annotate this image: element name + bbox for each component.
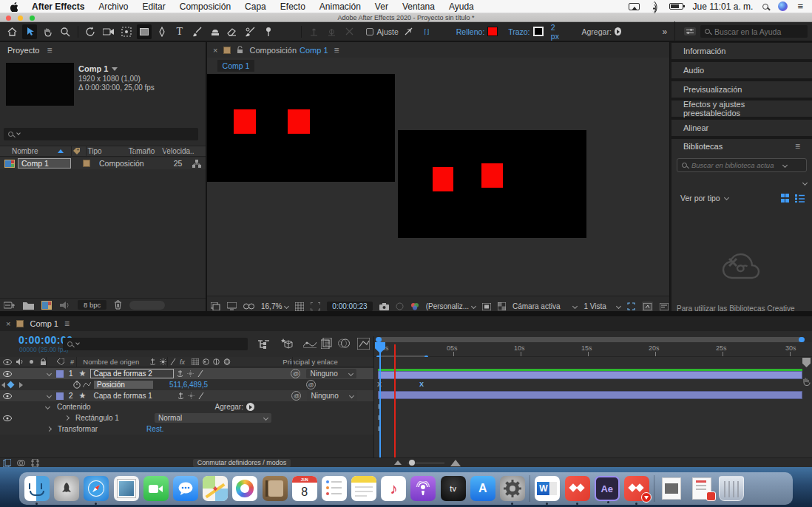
dock-reminders[interactable] — [322, 476, 347, 501]
comp-view-frame-2[interactable] — [398, 130, 586, 238]
dock-photos[interactable] — [232, 476, 257, 501]
transformar-row[interactable]: Transformar Rest. — [0, 423, 373, 435]
layer-name[interactable]: Capa de formas 1 — [91, 392, 175, 400]
dock-podcasts[interactable] — [410, 476, 436, 501]
red-square-2b[interactable] — [481, 163, 503, 188]
dock-installer-file[interactable] — [689, 476, 714, 501]
parent-dropdown[interactable]: Ninguno — [306, 369, 356, 378]
scrollbar-left-handle[interactable] — [376, 337, 382, 342]
new-folder-icon[interactable] — [23, 301, 34, 310]
expand-inout-icon[interactable] — [31, 459, 39, 467]
hand-tool[interactable] — [40, 24, 55, 39]
snap-arrow-icon[interactable] — [402, 24, 416, 39]
zoom-slider-knob[interactable] — [409, 460, 415, 466]
siri-icon[interactable] — [778, 1, 788, 11]
col-tipo[interactable]: Tipo — [88, 147, 102, 155]
new-composition-icon[interactable] — [41, 301, 52, 310]
bibliotecas-title[interactable]: Bibliotecas — [683, 142, 723, 151]
selection-tool[interactable] — [22, 24, 37, 39]
stroke-color-swatch[interactable] — [533, 27, 544, 36]
eye-icon[interactable] — [3, 371, 12, 377]
rectangulo-label[interactable]: Rectángulo 1 — [75, 414, 119, 422]
snap-bbox-icon[interactable]: ⌈⌋ — [419, 24, 434, 39]
dock-trash[interactable] — [719, 476, 744, 501]
puppet-pin-tool[interactable] — [261, 24, 276, 39]
blend-mode-dropdown[interactable]: Normal — [155, 413, 271, 423]
property-pickwhip-icon[interactable]: @ — [306, 380, 316, 389]
dock-music[interactable]: ♪ — [381, 476, 406, 501]
project-search-field[interactable] — [4, 128, 198, 140]
bibliotecas-collapsed-dropdown[interactable] — [677, 177, 807, 188]
comp-timecode[interactable]: 0:00:00:23 — [327, 302, 372, 311]
frame-blend-icon[interactable] — [321, 338, 333, 349]
col-velocidad[interactable]: Velocida.. — [162, 147, 194, 155]
project-panel-title[interactable]: Proyecto — [7, 46, 39, 55]
agregar-label[interactable]: Agregar: — [582, 27, 612, 36]
region-of-interest-icon[interactable] — [311, 302, 320, 310]
zoom-in-mountain-icon[interactable] — [450, 460, 461, 466]
shy-icon[interactable] — [303, 339, 317, 348]
rotation-tool[interactable] — [84, 24, 98, 39]
parent-pickwhip-icon[interactable]: @ — [291, 369, 300, 378]
graph-editor-icon[interactable] — [357, 338, 370, 350]
panel-alinear[interactable]: Alinear — [671, 120, 812, 136]
comp-tab[interactable]: Comp 1 — [217, 60, 254, 72]
view-by-type-dropdown[interactable]: Ver por tipo — [680, 194, 728, 203]
help-search-field[interactable] — [700, 25, 808, 38]
expand-transfer-controls-icon[interactable] — [17, 459, 25, 467]
bit-depth-button[interactable]: 8 bpc — [78, 300, 106, 310]
grid-guides-icon[interactable] — [295, 302, 304, 311]
panel-audio[interactable]: Audio — [671, 62, 812, 78]
layer-row-2[interactable]: 2 ★ Capa de formas 1 @ Ninguno — [0, 390, 373, 401]
sort-ascending-icon[interactable] — [58, 149, 64, 153]
minimize-window-button[interactable] — [18, 16, 23, 21]
prev-keyframe-icon[interactable] — [1, 382, 5, 388]
menu-archivo[interactable]: Archivo — [98, 1, 128, 12]
relleno-label[interactable]: Relleno: — [456, 27, 485, 36]
view-count-dropdown[interactable]: 1 Vista — [583, 302, 620, 310]
layer-switches[interactable] — [177, 392, 204, 400]
red-square-1a[interactable] — [234, 109, 256, 134]
resolution-icon[interactable] — [482, 303, 491, 310]
stroke-width-value[interactable]: 2 px — [551, 23, 563, 41]
help-search-input[interactable] — [714, 27, 803, 36]
contenido-row[interactable]: Contenido Agregar: — [0, 401, 373, 412]
transparency-grid-icon[interactable] — [498, 302, 506, 310]
apple-menu-icon[interactable] — [9, 1, 18, 12]
panel-efectos[interactable]: Efectos y ajustes preestablecidos — [671, 101, 812, 117]
parent-link-column[interactable]: Principal y enlace — [282, 358, 337, 366]
position-value[interactable]: 511,6,489,5 — [169, 381, 208, 389]
battery-icon[interactable] — [669, 3, 683, 10]
window-titlebar[interactable]: Adobe After Effects 2020 - Proyecto sin … — [0, 13, 812, 22]
stopwatch-icon[interactable] — [73, 381, 81, 389]
layer-name[interactable]: Capa de formas 2 — [90, 369, 174, 378]
scrollbar-right-handle[interactable] — [799, 337, 805, 342]
red-square-2a[interactable] — [433, 167, 453, 191]
timeline-panel-menu-icon[interactable]: ≡ — [64, 319, 70, 328]
toolbar-overflow-chevrons[interactable]: » — [663, 27, 668, 37]
expand-layer-switches-icon[interactable] — [3, 459, 11, 467]
magnification-dropdown[interactable]: 16,7% — [261, 302, 288, 310]
renderer-dropdown[interactable]: (Personaliz... — [426, 302, 476, 310]
panel-informacion[interactable]: Información — [671, 43, 812, 59]
position-label[interactable]: Posición — [94, 381, 153, 389]
project-comp-name[interactable]: Comp 1 — [78, 64, 108, 73]
audio-column-icon[interactable] — [16, 358, 24, 365]
keyframe-2-selected[interactable]: X — [419, 381, 424, 388]
motion-blur-icon[interactable] — [338, 338, 350, 348]
dock-word[interactable]: W — [535, 476, 560, 501]
timeline-button-icon[interactable] — [660, 303, 669, 310]
screen-mirroring-icon[interactable] — [629, 3, 640, 10]
project-panel-menu-icon[interactable]: ≡ — [47, 46, 52, 55]
label-color-column-icon[interactable] — [72, 148, 81, 155]
text-tool[interactable]: T — [172, 24, 187, 39]
pan-behind-tool[interactable] — [119, 24, 134, 39]
brush-tool[interactable] — [190, 24, 205, 39]
lock-icon[interactable] — [237, 46, 243, 54]
comp-panel-comp-name[interactable]: Comp 1 — [300, 46, 328, 55]
draft-3d-icon[interactable] — [281, 338, 294, 350]
time-ruler[interactable] — [373, 342, 812, 357]
agregar-shape-icon[interactable] — [246, 403, 254, 411]
dock-notes[interactable] — [351, 476, 376, 501]
reset-link[interactable]: Rest. — [146, 425, 163, 433]
